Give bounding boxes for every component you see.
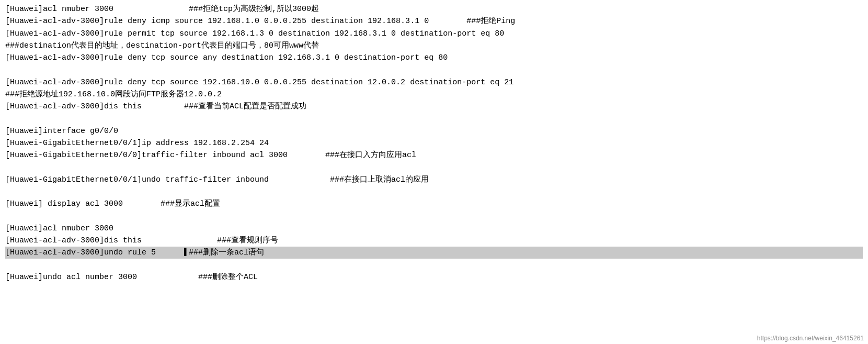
empty-line	[5, 210, 863, 222]
code-line: [Huawei]acl nmuber 3000 ###拒绝tcp为高级控制,所以…	[5, 3, 863, 15]
code-line: ###拒绝源地址192.168.10.0网段访问FTP服务器12.0.0.2	[5, 88, 863, 101]
empty-line	[5, 161, 863, 173]
code-line: [Huawei-acl-adv-3000]rule deny tcp sourc…	[5, 76, 863, 88]
code-block: [Huawei]acl nmuber 3000 ###拒绝tcp为高级控制,所以…	[5, 3, 863, 283]
code-line: [Huawei-acl-adv-3000]rule deny icmp sour…	[5, 15, 863, 27]
code-line: [Huawei] display acl 3000 ###显示acl配置	[5, 198, 863, 210]
code-line: [Huawei]undo acl number 3000 ###删除整个ACL	[5, 271, 863, 283]
code-line: [Huawei]interface g0/0/0	[5, 125, 863, 137]
empty-line	[5, 259, 863, 271]
code-line: [Huawei]acl nmuber 3000	[5, 223, 863, 235]
empty-line	[5, 64, 863, 76]
code-line: [Huawei-acl-adv-3000]rule deny tcp sourc…	[5, 52, 863, 64]
code-line: [Huawei-GigabitEthernet0/0/1]undo traffi…	[5, 174, 863, 186]
empty-line	[5, 113, 863, 125]
code-line: [Huawei-acl-adv-3000]rule permit tcp sou…	[5, 28, 863, 40]
terminal-container: [Huawei]acl nmuber 3000 ###拒绝tcp为高级控制,所以…	[0, 0, 868, 344]
highlighted-code-line: [Huawei-acl-adv-3000]undo rule 5 ▌###删除一…	[5, 247, 863, 259]
code-line: [Huawei-GigabitEthernet0/0/1]ip address …	[5, 137, 863, 149]
code-line: ###destination代表目的地址，destination-port代表目…	[5, 40, 863, 52]
code-line: [Huawei-acl-adv-3000]dis this ###查看当前ACL…	[5, 101, 863, 113]
empty-line	[5, 186, 863, 198]
watermark: https://blog.csdn.net/weixin_46415261	[757, 335, 864, 342]
code-line: [Huawei-acl-adv-3000]dis this ###查看规则序号	[5, 235, 863, 247]
code-line: [Huawei-GigabitEthernet0/0/0]traffic-fil…	[5, 149, 863, 161]
